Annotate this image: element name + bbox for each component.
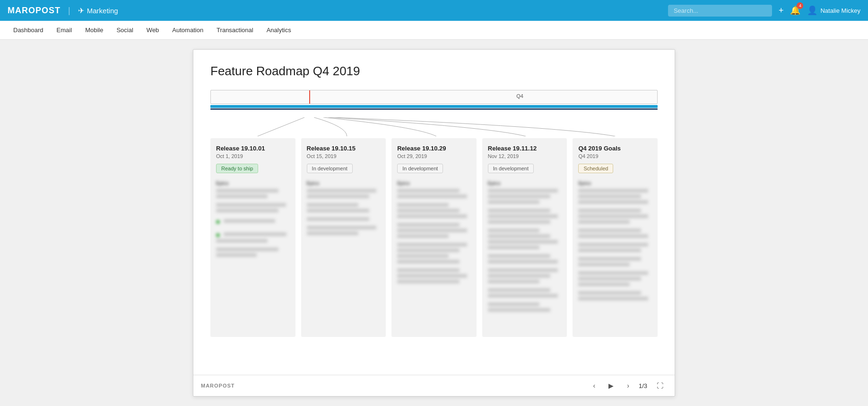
- timeline-area: Q4: [210, 90, 658, 110]
- cards-row: Release 19.10.01 Oct 1, 2019 Ready to sh…: [210, 138, 658, 337]
- notification-badge: 4: [797, 2, 803, 9]
- timeline-bar: Q4: [210, 90, 658, 104]
- card-2-content: Epics: [307, 181, 381, 235]
- card-5-badge: Scheduled: [578, 164, 613, 173]
- timeline-q4-label: Q4: [516, 93, 523, 99]
- timeline-blue-bar: [210, 105, 658, 108]
- timeline-current-line: [309, 90, 310, 104]
- release-card-2: Release 19.10.15 Oct 15, 2019 In develop…: [301, 138, 386, 337]
- product-name: Marketing: [87, 7, 118, 15]
- user-avatar-icon: 👤: [807, 5, 817, 16]
- card-3-content: Epics: [397, 181, 471, 283]
- card-1-content: Epics: [216, 181, 290, 257]
- card-5-content: Epics: [578, 181, 652, 300]
- next-page-button[interactable]: ›: [623, 380, 633, 391]
- card-5-date: Q4 2019: [578, 153, 652, 159]
- main-content: Feature Roadmap Q4 2019 Q4: [0, 40, 868, 406]
- nav-social[interactable]: Social: [111, 23, 139, 37]
- card-2-title: Release 19.10.15: [307, 145, 381, 152]
- product-selector[interactable]: ✈ Marketing: [78, 6, 118, 15]
- card-3-title: Release 19.10.29: [397, 145, 471, 152]
- nav-web[interactable]: Web: [141, 23, 165, 37]
- footer-logo: MAROPOST: [201, 383, 235, 388]
- connector-svg: [210, 117, 658, 136]
- card-4-badge: In development: [488, 164, 534, 173]
- nav-dashboard[interactable]: Dashboard: [8, 23, 49, 37]
- doc-content: Feature Roadmap Q4 2019 Q4: [193, 50, 675, 375]
- expand-button[interactable]: ⛶: [653, 380, 667, 391]
- card-1-badge: Ready to ship: [216, 164, 258, 173]
- nav-analytics[interactable]: Analytics: [261, 23, 297, 37]
- notifications-button[interactable]: 🔔 4: [790, 5, 800, 16]
- card-4-date: Nov 12, 2019: [488, 153, 562, 159]
- top-bar: MAROPOST | ✈ Marketing + 🔔 4 👤 Natalie M…: [0, 0, 868, 21]
- card-4-content: Epics: [488, 181, 562, 312]
- nav-mobile[interactable]: Mobile: [79, 23, 109, 37]
- doc-title: Feature Roadmap Q4 2019: [210, 64, 658, 79]
- divider: |: [68, 6, 70, 16]
- card-2-badge: In development: [307, 164, 353, 173]
- card-1-title: Release 19.10.01: [216, 145, 290, 152]
- user-menu[interactable]: 👤 Natalie Mickey: [807, 5, 860, 16]
- nav-automation[interactable]: Automation: [166, 23, 209, 37]
- play-button[interactable]: ▶: [605, 380, 617, 391]
- maropost-logo: MAROPOST: [8, 6, 61, 16]
- timeline-dark-bar: [210, 108, 658, 110]
- card-5-title: Q4 2019 Goals: [578, 145, 652, 152]
- user-name: Natalie Mickey: [820, 7, 860, 14]
- nav-email[interactable]: Email: [51, 23, 78, 37]
- add-button[interactable]: +: [779, 6, 784, 16]
- plane-icon: ✈: [78, 6, 84, 15]
- card-4-title: Release 19.11.12: [488, 145, 562, 152]
- release-card-1: Release 19.10.01 Oct 1, 2019 Ready to sh…: [210, 138, 295, 337]
- top-bar-right: + 🔔 4 👤 Natalie Mickey: [668, 5, 860, 17]
- card-3-date: Oct 29, 2019: [397, 153, 471, 159]
- prev-page-button[interactable]: ‹: [590, 380, 599, 391]
- nav-transactional[interactable]: Transactional: [211, 23, 259, 37]
- card-3-badge: In development: [397, 164, 443, 173]
- connector-area: [210, 117, 658, 136]
- release-card-5: Q4 2019 Goals Q4 2019 Scheduled Epics: [573, 138, 658, 337]
- doc-footer: MAROPOST ‹ ▶ › 1/3 ⛶: [193, 375, 675, 396]
- release-card-3: Release 19.10.29 Oct 29, 2019 In develop…: [391, 138, 477, 337]
- card-1-date: Oct 1, 2019: [216, 153, 290, 159]
- release-card-4: Release 19.11.12 Nov 12, 2019 In develop…: [482, 138, 567, 337]
- search-input[interactable]: [668, 5, 772, 17]
- page-indicator: 1/3: [639, 382, 647, 389]
- document-viewer: Feature Roadmap Q4 2019 Q4: [193, 49, 675, 397]
- secondary-nav: Dashboard Email Mobile Social Web Automa…: [0, 21, 868, 40]
- card-2-date: Oct 15, 2019: [307, 153, 381, 159]
